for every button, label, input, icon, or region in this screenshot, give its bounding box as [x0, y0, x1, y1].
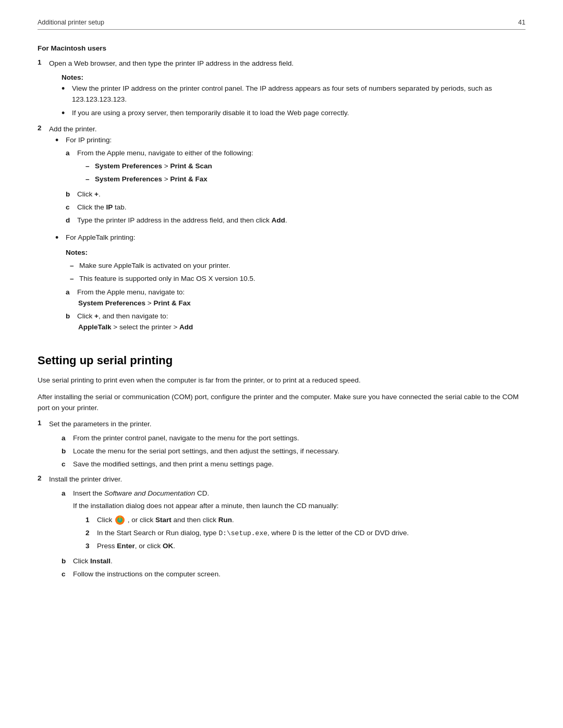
- appletalk-suba-sep: >: [145, 299, 153, 307]
- serial-substep1-text3: and then click: [172, 516, 218, 524]
- mac-note2-text: If you are using a proxy server, then te…: [72, 108, 349, 119]
- ip-dash2-sep: >: [162, 175, 170, 183]
- ip-dash2: – System Preferences > Print & Fax: [85, 174, 287, 185]
- page-header: Additional printer setup 41: [38, 19, 525, 30]
- mac-step1-num: 1: [38, 58, 49, 122]
- ip-dash-list: – System Preferences > Print & Scan –: [77, 161, 287, 185]
- serial-step1-num: 1: [38, 419, 49, 472]
- serial-substep3-bold1: Enter: [117, 542, 135, 550]
- ip-subd-label: d: [66, 215, 77, 226]
- serial-step1: 1 Set the parameters in the printer. a F…: [38, 419, 525, 472]
- serial-substep3-num: 3: [85, 541, 97, 552]
- serial-step2-subc-content: Follow the instructions on the computer …: [73, 569, 525, 580]
- mac-step1: 1 Open a Web browser, and then type the …: [38, 58, 525, 122]
- ip-suba-label: a: [66, 148, 77, 159]
- appletalk-note1-text: Make sure AppleTalk is activated on your…: [79, 261, 230, 272]
- appletalk-subb-text2: , and then navigate to:: [99, 312, 168, 320]
- serial-step2-subb-content: Click Install.: [73, 556, 525, 567]
- serial-para1: Use serial printing to print even when t…: [38, 375, 525, 386]
- serial-substep1-content: Click , or: [97, 515, 525, 526]
- serial-step2: 2 Install the printer driver. a Insert t…: [38, 474, 525, 583]
- serial-substep2-text2: , where: [267, 529, 292, 537]
- ip-subc-content: Click the IP tab.: [77, 202, 287, 213]
- header-right: 41: [518, 19, 525, 26]
- ip-subc-text1: Click the: [77, 203, 106, 211]
- serial-step1-subb-label: b: [62, 446, 73, 457]
- appletalk-content: For AppleTalk printing: Notes: – Make su…: [66, 232, 255, 335]
- mac-note2: • If you are using a proxy server, then …: [62, 108, 525, 119]
- serial-step1-subb-text: Locate the menu for the serial port sett…: [73, 447, 339, 455]
- serial-substep2: 2 In the Start Search or Run dialog, typ…: [73, 528, 525, 539]
- appletalk-subb-content: Click +, and then navigate to: AppleTalk…: [77, 311, 255, 333]
- ip-dash2-text: System Preferences > Print & Fax: [95, 174, 207, 185]
- serial-step1-suba-content: From the printer control panel, navigate…: [73, 433, 525, 444]
- macintosh-section: For Macintosh users 1 Open a Web browser…: [38, 44, 525, 338]
- mac-step2-text: Add the printer.: [49, 125, 97, 133]
- ip-subb-content: Click +.: [77, 189, 287, 200]
- serial-step2-subb: b Click Install.: [49, 556, 525, 567]
- ip-printing-content: For IP printing: a From the Apple menu, …: [66, 135, 287, 228]
- serial-step2-suba-subtext: If the installation dialog does not appe…: [73, 501, 525, 512]
- dash-icon-4: –: [70, 274, 79, 285]
- ip-subb-bold: +: [94, 190, 99, 198]
- serial-substep1-num: 1: [85, 515, 97, 526]
- serial-step2-suba-label: a: [62, 488, 73, 499]
- serial-step1-subc-content: Save the modified settings, and then pri…: [73, 459, 525, 470]
- ip-subc-label: c: [66, 202, 77, 213]
- appletalk-note1: – Make sure AppleTalk is activated on yo…: [70, 261, 255, 272]
- ip-dash2-bold1: System Preferences: [95, 175, 162, 183]
- ip-dash1-text: System Preferences > Print & Scan: [95, 161, 212, 172]
- ip-subb-label: b: [66, 189, 77, 200]
- serial-substep2-text3: is the letter of the CD or DVD drive.: [297, 529, 409, 537]
- appletalk-subb-text3: > select the printer >: [112, 323, 180, 331]
- serial-substep1-text1: Click: [97, 516, 114, 524]
- serial-substep2-code: D:\setup.exe: [218, 529, 267, 537]
- mac-note1-text: View the printer IP address on the print…: [72, 83, 525, 105]
- appletalk-label: For AppleTalk printing:: [66, 233, 136, 241]
- ip-bullet-list: • For IP printing: a From the Apple menu…: [49, 135, 525, 335]
- serial-step1-subc-text: Save the modified settings, and then pri…: [73, 460, 274, 468]
- serial-substep1: 1 Click: [73, 515, 525, 526]
- serial-substep3-content: Press Enter, or click OK.: [97, 541, 525, 552]
- ip-subb-text2: .: [99, 190, 101, 198]
- windows-icon: [115, 515, 125, 525]
- serial-substep2-content: In the Start Search or Run dialog, type …: [97, 528, 525, 539]
- serial-step2-subc-label: c: [62, 569, 73, 580]
- mac-step2-num: 2: [38, 124, 49, 338]
- appletalk-subb-text1: Click: [77, 312, 94, 320]
- mac-step1-content: Open a Web browser, and then type the pr…: [49, 58, 525, 122]
- page: Additional printer setup 41 For Macintos…: [0, 0, 563, 728]
- ip-suba-content: From the Apple menu, navigate to either …: [77, 148, 287, 187]
- ip-subb: b Click +.: [66, 189, 287, 200]
- appletalk-suba-text1: From the Apple menu, navigate to:: [77, 288, 185, 296]
- appletalk-suba-path: System Preferences > Print & Fax: [77, 298, 255, 309]
- serial-substep2-num: 2: [85, 528, 97, 539]
- serial-step1-content: Set the parameters in the printer. a Fro…: [49, 419, 525, 472]
- ip-subb-text1: Click: [77, 190, 94, 198]
- serial-substep3-text1: Press: [97, 542, 117, 550]
- serial-step1-subc-label: c: [62, 459, 73, 470]
- serial-substep1-bold1: Start: [155, 516, 172, 524]
- ip-subc-text2: tab.: [113, 203, 126, 211]
- serial-substep3-text3: .: [173, 542, 175, 550]
- mac-step1-notes-label: Notes:: [49, 73, 525, 81]
- ip-dash1-sep: >: [162, 162, 170, 170]
- serial-substep1-bold2: Run: [218, 516, 232, 524]
- appletalk-suba-content: From the Apple menu, navigate to: System…: [77, 287, 255, 309]
- ip-subd-bold: Add: [272, 216, 285, 224]
- appletalk-suba-bold1: System Preferences: [78, 299, 145, 307]
- mac-step1-notes-list: • View the printer IP address on the pri…: [49, 83, 525, 119]
- appletalk-subb-label: b: [66, 311, 77, 322]
- appletalk-notes-label: Notes:: [66, 248, 255, 258]
- serial-step2-suba: a Insert the Software and Documentation …: [49, 488, 525, 554]
- ip-dash1-bold2: Print & Scan: [170, 162, 212, 170]
- dash-icon-1: –: [85, 161, 95, 172]
- ip-printing-label: For IP printing:: [66, 136, 112, 144]
- serial-substep2-text1: In the Start Search or Run dialog, type: [97, 529, 218, 537]
- ip-subc-bold: IP: [106, 203, 113, 211]
- serial-step2-subc: c Follow the instructions on the compute…: [49, 569, 525, 580]
- appletalk-subb-bold2: AppleTalk: [78, 323, 112, 331]
- serial-substep1-text4: .: [232, 516, 234, 524]
- bullet-icon-2: •: [62, 108, 70, 119]
- serial-step2-subb-bold: Install: [90, 557, 111, 565]
